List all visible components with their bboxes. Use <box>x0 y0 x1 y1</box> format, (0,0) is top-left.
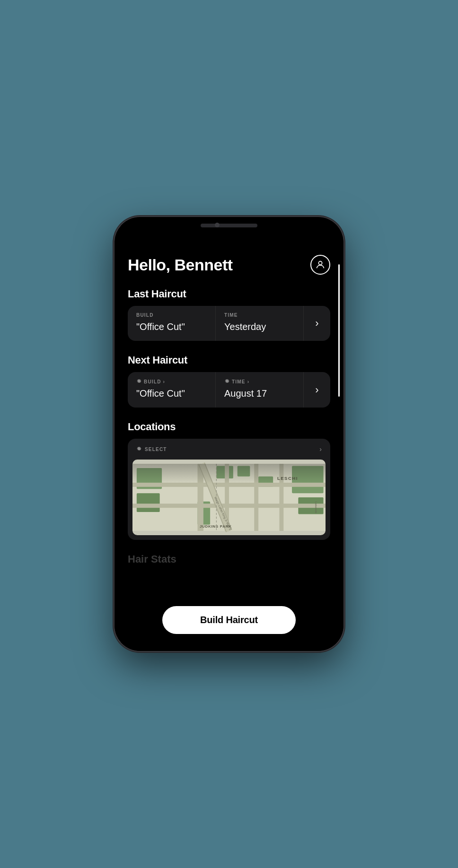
last-haircut-build-col: BUILD "Office Cut" <box>128 306 216 341</box>
last-haircut-arrow-button[interactable]: › <box>304 306 330 341</box>
map-container[interactable]: LESCHI Martin Luther King Jr Way S JUDKI… <box>132 460 326 535</box>
next-haircut-card: BUILD › "Office Cut" TIME › August 17 <box>128 372 330 408</box>
profile-icon <box>315 260 326 270</box>
next-haircut-build-value: "Office Cut" <box>136 388 207 399</box>
build-haircut-button[interactable]: Build Haircut <box>162 606 296 634</box>
select-chevron-icon: › <box>319 445 322 453</box>
profile-button[interactable] <box>310 255 330 275</box>
locations-card: SELECT › <box>128 439 330 540</box>
select-label: SELECT <box>136 446 167 452</box>
last-haircut-card: BUILD "Office Cut" TIME Yesterday › <box>128 306 330 341</box>
phone-notch <box>201 224 257 227</box>
last-haircut-time-value: Yesterday <box>224 321 295 332</box>
scroll-area[interactable]: Hello, Bennett Last Haircut BUILD "Offic… <box>114 217 344 651</box>
gear-icon-time <box>224 379 230 384</box>
next-haircut-time-label-button[interactable]: TIME › <box>224 379 295 384</box>
time-chevron-icon: › <box>247 379 250 384</box>
screen: Hello, Bennett Last Haircut BUILD "Offic… <box>114 217 344 651</box>
bottom-bar: Build Haircut <box>114 599 344 651</box>
build-chevron-icon: › <box>163 379 166 384</box>
header: Hello, Bennett <box>128 255 330 275</box>
select-location-button[interactable]: SELECT › <box>128 439 330 460</box>
next-haircut-time-value: August 17 <box>224 388 295 399</box>
next-haircut-title: Next Haircut <box>128 354 330 366</box>
gear-icon-select <box>136 446 142 452</box>
hair-stats-title: Hair Stats <box>128 553 330 565</box>
scroll-indicator <box>338 264 340 397</box>
last-haircut-time-col: TIME Yesterday <box>216 306 304 341</box>
next-haircut-time-col: TIME › August 17 <box>216 372 304 408</box>
last-haircut-build-label: BUILD <box>136 312 207 318</box>
last-haircut-chevron-icon: › <box>315 317 318 330</box>
greeting-text: Hello, Bennett <box>128 256 233 274</box>
last-haircut-title: Last Haircut <box>128 288 330 300</box>
phone-camera <box>215 223 220 227</box>
next-haircut-arrow-button[interactable]: › <box>304 372 330 408</box>
next-haircut-chevron-icon: › <box>315 384 318 396</box>
svg-rect-24 <box>132 464 326 531</box>
map-svg: LESCHI Martin Luther King Jr Way S JUDKI… <box>132 460 326 535</box>
next-haircut-build-label-button[interactable]: BUILD › <box>136 379 207 384</box>
next-haircut-build-col: BUILD › "Office Cut" <box>128 372 216 408</box>
last-haircut-build-value: "Office Cut" <box>136 321 207 332</box>
locations-title: Locations <box>128 421 330 433</box>
phone-frame: Hello, Bennett Last Haircut BUILD "Offic… <box>114 217 344 651</box>
last-haircut-time-label: TIME <box>224 312 295 318</box>
svg-point-0 <box>318 261 322 265</box>
gear-icon <box>136 379 142 384</box>
